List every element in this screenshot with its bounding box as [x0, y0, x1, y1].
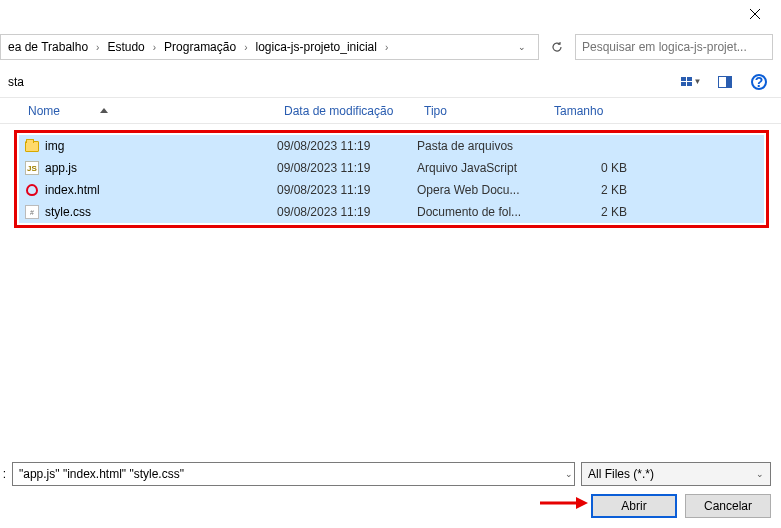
search-input[interactable] [582, 40, 766, 54]
breadcrumb[interactable]: ea de Trabalho› Estudo› Programação› log… [0, 34, 539, 60]
folder-icon [25, 141, 39, 152]
help-icon: ? [751, 74, 767, 90]
file-name: index.html [41, 183, 277, 197]
file-name: style.css [41, 205, 277, 219]
chevron-down-icon: ▼ [694, 77, 702, 86]
organize-label[interactable]: sta [8, 75, 24, 89]
help-button[interactable]: ? [745, 70, 773, 94]
file-type: Opera Web Docu... [417, 183, 547, 197]
breadcrumb-item[interactable]: Programação [161, 40, 239, 54]
opera-icon [26, 184, 38, 196]
address-bar-row: ea de Trabalho› Estudo› Programação› log… [0, 28, 781, 66]
open-button[interactable]: Abrir [591, 494, 677, 518]
column-header-size[interactable]: Tamanho [546, 98, 646, 123]
breadcrumb-item[interactable]: logica-js-projeto_inicial [253, 40, 380, 54]
search-box[interactable] [575, 34, 773, 60]
svg-marker-3 [576, 497, 588, 509]
toolbar: sta ▼ ? [0, 66, 781, 98]
file-row[interactable]: JSapp.js09/08/2023 11:19Arquivo JavaScri… [19, 157, 764, 179]
chevron-right-icon[interactable]: › [93, 42, 102, 53]
js-file-icon: JS [25, 161, 39, 175]
button-row: Abrir Cancelar [0, 494, 771, 518]
file-name: app.js [41, 161, 277, 175]
file-size: 2 KB [547, 205, 637, 219]
view-options-button[interactable]: ▼ [677, 70, 705, 94]
refresh-button[interactable] [545, 35, 569, 59]
file-date: 09/08/2023 11:19 [277, 139, 417, 153]
close-button[interactable] [739, 4, 771, 24]
annotation-arrow [538, 493, 588, 516]
css-file-icon: # [25, 205, 39, 219]
breadcrumb-item[interactable]: ea de Trabalho [5, 40, 91, 54]
file-date: 09/08/2023 11:19 [277, 183, 417, 197]
column-header-name[interactable]: Nome [20, 98, 276, 123]
filename-dropdown-icon[interactable]: ⌄ [565, 469, 573, 479]
file-type-filter[interactable]: All Files (*.*) ⌄ [581, 462, 771, 486]
filename-input[interactable] [12, 462, 575, 486]
chevron-right-icon[interactable]: › [382, 42, 391, 53]
file-size: 0 KB [547, 161, 637, 175]
tiles-icon [681, 77, 692, 86]
pane-icon [718, 76, 732, 88]
file-type: Pasta de arquivos [417, 139, 547, 153]
file-list-area: img09/08/2023 11:19Pasta de arquivosJSap… [0, 124, 781, 234]
column-header-date[interactable]: Data de modificação [276, 98, 416, 123]
cancel-button[interactable]: Cancelar [685, 494, 771, 518]
file-date: 09/08/2023 11:19 [277, 161, 417, 175]
chevron-down-icon: ⌄ [756, 469, 764, 479]
file-row[interactable]: index.html09/08/2023 11:19Opera Web Docu… [19, 179, 764, 201]
annotation-highlight: img09/08/2023 11:19Pasta de arquivosJSap… [14, 130, 769, 228]
filename-row: : ⌄ All Files (*.*) ⌄ [0, 462, 771, 486]
file-size: 2 KB [547, 183, 637, 197]
file-row[interactable]: img09/08/2023 11:19Pasta de arquivos [19, 135, 764, 157]
dropdown-history-icon[interactable]: ⌄ [510, 35, 534, 59]
file-row[interactable]: #style.css09/08/2023 11:19Documento de f… [19, 201, 764, 223]
file-type: Documento de fol... [417, 205, 547, 219]
file-date: 09/08/2023 11:19 [277, 205, 417, 219]
dialog-footer: : ⌄ All Files (*.*) ⌄ Abrir Cancelar [0, 456, 781, 528]
breadcrumb-item[interactable]: Estudo [104, 40, 147, 54]
filename-label: : [0, 467, 6, 481]
column-header-type[interactable]: Tipo [416, 98, 546, 123]
column-headers: Nome Data de modificação Tipo Tamanho [0, 98, 781, 124]
preview-pane-button[interactable] [711, 70, 739, 94]
chevron-right-icon[interactable]: › [150, 42, 159, 53]
filter-label: All Files (*.*) [588, 467, 654, 481]
file-name: img [41, 139, 277, 153]
file-type: Arquivo JavaScript [417, 161, 547, 175]
chevron-right-icon[interactable]: › [241, 42, 250, 53]
